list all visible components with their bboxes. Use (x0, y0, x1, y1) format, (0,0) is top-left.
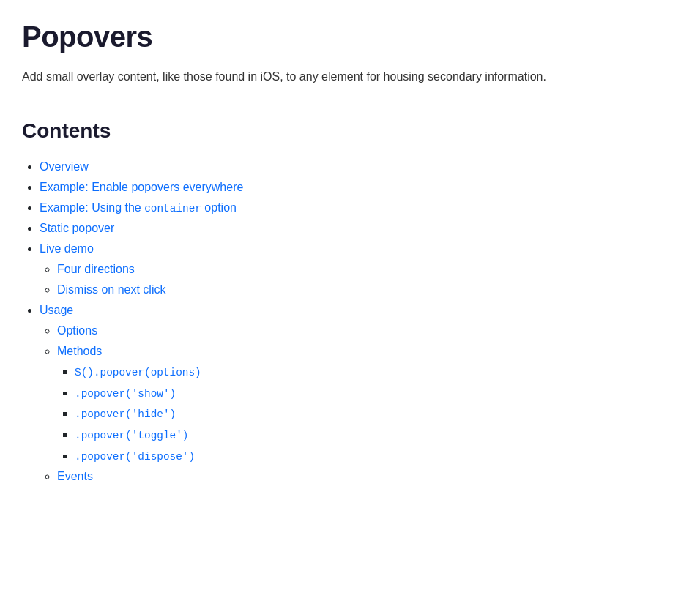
contents-heading: Contents (22, 116, 678, 146)
example-container-link[interactable]: Example: Using the container option (40, 201, 237, 214)
list-item: Events (57, 468, 678, 485)
dismiss-on-next-click-link[interactable]: Dismiss on next click (57, 283, 165, 296)
overview-link[interactable]: Overview (40, 160, 89, 173)
methods-sublist: $().popover(options) .popover('show') .p… (57, 363, 678, 465)
page-subtitle: Add small overlay content, like those fo… (22, 67, 678, 86)
contents-list: Overview Example: Enable popovers everyw… (22, 158, 678, 486)
live-demo-sublist: Four directions Dismiss on next click (40, 261, 678, 299)
page-title: Popovers (22, 15, 678, 59)
live-demo-link[interactable]: Live demo (40, 242, 94, 255)
list-item: Example: Using the container option (40, 199, 678, 217)
list-item: .popover('hide') (75, 405, 678, 423)
list-item: Example: Enable popovers everywhere (40, 179, 678, 196)
list-item: $().popover(options) (75, 363, 678, 381)
list-item: Dismiss on next click (57, 281, 678, 299)
four-directions-link[interactable]: Four directions (57, 263, 135, 275)
list-item: Live demo Four directions Dismiss on nex… (40, 240, 678, 299)
options-link[interactable]: Options (57, 324, 97, 337)
list-item: Four directions (57, 261, 678, 278)
popover-toggle-link[interactable]: .popover('toggle') (75, 428, 188, 441)
usage-sublist: Options Methods $().popover(options) .po… (40, 322, 678, 485)
list-item: Methods $().popover(options) .popover('s… (57, 343, 678, 465)
popover-show-link[interactable]: .popover('show') (75, 386, 176, 399)
list-item: Overview (40, 158, 678, 176)
popover-options-method-link[interactable]: $().popover(options) (75, 365, 201, 378)
list-item: Usage Options Methods $().popover(option… (40, 302, 678, 485)
contents-section: Contents Overview Example: Enable popove… (22, 116, 678, 486)
list-item: .popover('toggle') (75, 426, 678, 444)
popover-dispose-link[interactable]: .popover('dispose') (75, 449, 195, 462)
list-item: .popover('show') (75, 384, 678, 403)
static-popover-link[interactable]: Static popover (40, 222, 114, 234)
list-item: Options (57, 322, 678, 340)
usage-link[interactable]: Usage (40, 304, 73, 316)
example-enable-link[interactable]: Example: Enable popovers everywhere (40, 181, 243, 193)
popover-hide-link[interactable]: .popover('hide') (75, 407, 176, 419)
list-item: Static popover (40, 220, 678, 237)
list-item: .popover('dispose') (75, 447, 678, 466)
events-link[interactable]: Events (57, 470, 93, 482)
methods-link[interactable]: Methods (57, 345, 102, 357)
